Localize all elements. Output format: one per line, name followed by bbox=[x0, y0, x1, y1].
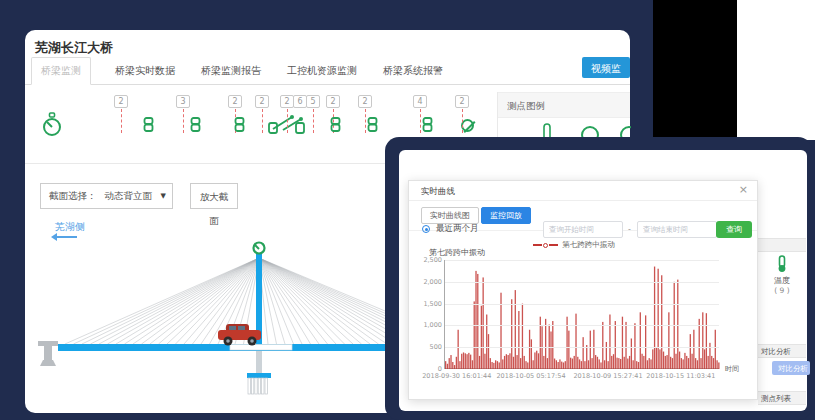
query-start-time-input[interactable] bbox=[543, 221, 623, 238]
main-tab-2[interactable]: 桥梁监测报告 bbox=[199, 58, 263, 84]
chart-bars bbox=[445, 260, 720, 369]
section-select-control: 截面选择： 动态背立面 ▼ bbox=[40, 183, 173, 209]
enlarge-section-button[interactable]: 放大截面 bbox=[190, 183, 238, 209]
y-tick-label: 1,000 bbox=[412, 321, 442, 329]
chain-link-sensor-icon[interactable] bbox=[367, 117, 378, 132]
point-list-band: 测点列表 bbox=[758, 391, 806, 405]
desktop: 芜湖长江大桥 桥梁监测桥梁实时数据桥梁监测报告工控机资源监测桥梁系统报警 视频监… bbox=[0, 0, 815, 420]
main-tab-1[interactable]: 桥梁实时数据 bbox=[113, 58, 177, 84]
x-tick-label: 2018-09-30 16:01:44 bbox=[422, 372, 491, 380]
sensor-count-badge: 4 bbox=[413, 95, 427, 108]
sensor-dash-line bbox=[121, 109, 122, 133]
x-axis-label: 时间 bbox=[725, 364, 739, 374]
query-end-time-input[interactable] bbox=[637, 221, 717, 238]
chart-legend[interactable]: 第七跨跨中振动 bbox=[494, 240, 654, 250]
chain-link-sensor-icon[interactable] bbox=[190, 117, 201, 132]
background-window-edge bbox=[737, 0, 815, 140]
gridline bbox=[445, 260, 719, 261]
sensor-dash-line bbox=[262, 109, 263, 133]
sensor-count-badge: 2 bbox=[455, 95, 469, 108]
query-button[interactable]: 查询 bbox=[716, 221, 752, 238]
main-tab-0[interactable]: 桥梁监测 bbox=[31, 57, 91, 85]
close-icon[interactable]: × bbox=[739, 184, 748, 196]
black-background-region bbox=[653, 0, 737, 140]
y-tick-label: 2,500 bbox=[412, 256, 442, 264]
dialog-title: 实时曲线 bbox=[421, 186, 455, 198]
gridline bbox=[445, 347, 719, 348]
legend-text: 第七跨跨中振动 bbox=[562, 240, 615, 250]
gridline bbox=[445, 304, 719, 305]
section-select-dropdown[interactable]: 动态背立面 ▼ bbox=[97, 190, 173, 203]
recent-two-months-label: 最近两个月 bbox=[436, 223, 479, 235]
gridline bbox=[445, 325, 719, 326]
sensor-dash-line bbox=[313, 109, 314, 133]
left-arrow-icon bbox=[53, 236, 77, 238]
sensor-count-badge: 3 bbox=[176, 95, 190, 108]
x-tick-label: 2018-10-05 05:17:54 bbox=[496, 372, 565, 380]
main-tab-4[interactable]: 桥梁系统报警 bbox=[381, 58, 445, 84]
realtime-curve-dialog: 实时曲线 × 实时曲线图监控回放 最近两个月 - 查询 第七跨跨中振动 第七跨跨… bbox=[408, 180, 758, 400]
dialog-tab-1[interactable]: 监控回放 bbox=[481, 207, 531, 224]
sensor-dash-line bbox=[287, 109, 288, 133]
left-pier bbox=[38, 341, 58, 366]
main-tabbar: 桥梁监测桥梁实时数据桥梁监测报告工控机资源监测桥梁系统报警 bbox=[25, 57, 630, 85]
sensor-count-badge: 5 bbox=[306, 95, 320, 108]
chain-link-sensor-icon[interactable] bbox=[422, 117, 433, 132]
tower-foundation bbox=[247, 351, 271, 394]
x-tick-label: 2018-10-09 15:27:41 bbox=[573, 372, 642, 380]
chain-link-sensor-icon[interactable] bbox=[330, 117, 341, 132]
section-select-label: 截面选择： bbox=[41, 190, 97, 203]
sensor-count-badge: 2 bbox=[114, 95, 128, 108]
section-select-value: 动态背立面 bbox=[105, 190, 153, 203]
legend-panel-title: 测点图例 bbox=[498, 92, 630, 118]
dialog-tabbar: 实时曲线图监控回放 bbox=[421, 207, 531, 224]
range-separator: - bbox=[628, 225, 631, 234]
bridge-side-label: 芜湖侧 bbox=[55, 220, 85, 234]
page-title: 芜湖长江大桥 bbox=[35, 39, 113, 57]
gridline bbox=[445, 282, 719, 283]
vibration-chart: 05001,0001,5002,0002,5002018-09-30 16:01… bbox=[444, 260, 719, 369]
chain-link-sensor-icon[interactable] bbox=[143, 117, 154, 132]
sensor-count-badge: 2 bbox=[255, 95, 269, 108]
video-monitor-button[interactable]: 视频监控 bbox=[582, 57, 630, 78]
compare-analysis-button[interactable]: 对比分析 bbox=[772, 361, 810, 375]
vehicle bbox=[218, 324, 261, 346]
y-tick-label: 1,500 bbox=[412, 300, 442, 308]
temperature-sensor-icon[interactable] bbox=[776, 255, 788, 273]
anemometer-icon[interactable] bbox=[42, 112, 62, 138]
compare-section-band: 对比分析 bbox=[758, 344, 806, 358]
sensor-count-badge: 2 bbox=[358, 95, 372, 108]
sensor-dash-line bbox=[365, 109, 366, 133]
y-tick-label: 500 bbox=[412, 343, 442, 351]
temperature-label: 温度 bbox=[758, 275, 806, 286]
dialog-tab-0[interactable]: 实时曲线图 bbox=[421, 207, 479, 224]
y-tick-label: 2,000 bbox=[412, 278, 442, 286]
dialog-header: 实时曲线 × bbox=[409, 181, 757, 201]
right-panel-section-band bbox=[758, 238, 806, 252]
sensor-count-badge: 2 bbox=[326, 95, 340, 108]
legend-line bbox=[549, 244, 558, 246]
sensor-count-badge: 2 bbox=[228, 95, 242, 108]
deck-joint bbox=[230, 345, 292, 351]
x-tick-label: 2018-10-15 11:03:41 bbox=[646, 372, 715, 380]
recent-two-months-radio[interactable] bbox=[422, 225, 430, 233]
legend-line bbox=[533, 244, 542, 246]
sensor-count-badge: 6 bbox=[293, 95, 307, 108]
sensor-dash-line bbox=[183, 109, 184, 133]
legend-marker-icon bbox=[543, 243, 548, 248]
chain-link-sensor-icon[interactable] bbox=[234, 117, 245, 132]
temperature-count: ( 9 ) bbox=[758, 286, 806, 295]
chevron-down-icon: ▼ bbox=[161, 192, 166, 200]
sensor-count-badge: 2 bbox=[280, 95, 294, 108]
main-tab-3[interactable]: 工控机资源监测 bbox=[285, 58, 359, 84]
sensor-dash-line bbox=[420, 109, 421, 133]
sensor-dash-line bbox=[462, 109, 463, 133]
